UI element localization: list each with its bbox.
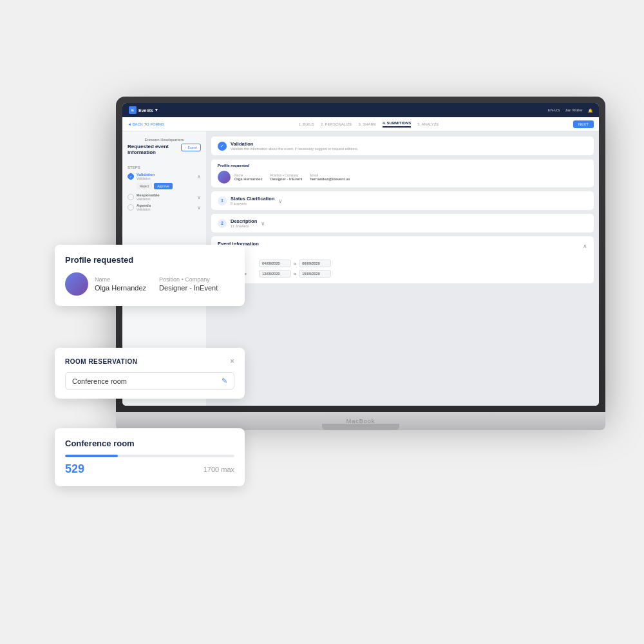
floating-profile-card: Profile requested Name Olga Hernandez Po… bbox=[55, 245, 245, 306]
validation-title: Validation bbox=[231, 141, 358, 147]
step-circle-validation: ✓ bbox=[128, 173, 134, 180]
step-chevron-validation: ∧ bbox=[197, 174, 201, 180]
sidebar-page-title: Requested event information bbox=[128, 144, 181, 155]
nav-step-build[interactable]: 1. BUILD bbox=[299, 122, 314, 126]
profile-section-label: Profile requested bbox=[218, 164, 587, 167]
status-num: 1 bbox=[218, 196, 227, 205]
visit-date-to[interactable]: 06/09/2020 bbox=[299, 260, 331, 267]
topbar-right: EN-US Jan Müller 🔔 bbox=[548, 108, 592, 113]
app-logo: E Events ▾ bbox=[129, 106, 158, 114]
alt-date-to-label: to bbox=[294, 272, 296, 276]
floating-profile-fields: Name Olga Hernandez Position • Company D… bbox=[95, 276, 218, 292]
step-sub-responsible: Validation bbox=[137, 197, 194, 201]
room-edit-icon[interactable]: ✎ bbox=[222, 377, 227, 385]
status-chevron[interactable]: ∨ bbox=[278, 198, 283, 204]
visit-date-from[interactable]: 04/09/2020 bbox=[259, 260, 291, 267]
event-info-body: Total visit date Visit date 04/09/2020 t… bbox=[211, 255, 594, 283]
date-to-label: to bbox=[294, 261, 296, 265]
alt-visit-date-row: Alternative visit date 13/09/2020 to 15/… bbox=[218, 270, 587, 278]
event-info-chevron[interactable]: ∧ bbox=[583, 243, 587, 249]
profile-fields: Name Olga Hernandez Position • Company D… bbox=[234, 173, 350, 181]
profile-position-value: Designer - InEvent bbox=[270, 177, 303, 181]
profile-name-value: Olga Hernandez bbox=[234, 177, 263, 181]
org-name: Ericsson Headquarters bbox=[128, 138, 201, 142]
nav-step-share[interactable]: 3. SHARE bbox=[359, 122, 376, 126]
laptop-base bbox=[116, 412, 605, 430]
profile-position-group: Position • Company Designer - InEvent bbox=[270, 173, 303, 181]
floating-room-card: ROOM RESERVATION × Conference room ✎ bbox=[55, 348, 245, 399]
floating-profile-title: Profile requested bbox=[65, 255, 234, 265]
step-chevron-agenda: ∨ bbox=[197, 205, 201, 211]
room-card-close-button[interactable]: × bbox=[230, 357, 234, 366]
desc-answers: 11 answers bbox=[231, 224, 257, 228]
event-info-card: Event information 4 answers ∧ Total visi… bbox=[211, 236, 594, 283]
alt-date-from[interactable]: 13/09/2020 bbox=[259, 270, 291, 278]
nav-step-submitions[interactable]: 4. SUBMITIONS bbox=[383, 121, 411, 128]
status-clarification-card: 1 Status Clarification 8 answers ∨ bbox=[211, 191, 594, 210]
back-to-forms-button[interactable]: ◄ BACK TO FORMS bbox=[128, 122, 164, 126]
floating-name-label: Name bbox=[95, 276, 146, 283]
status-clarification-header[interactable]: 1 Status Clarification 8 answers ∨ bbox=[211, 191, 594, 210]
export-icon: ↑ bbox=[185, 146, 187, 149]
stats-progress-fill bbox=[65, 455, 118, 457]
desc-chevron[interactable]: ∨ bbox=[261, 220, 265, 227]
app-topbar: E Events ▾ EN-US Jan Müller 🔔 bbox=[122, 103, 599, 117]
profile-row: Name Olga Hernandez Position • Company D… bbox=[218, 171, 587, 184]
step-actions-validation: Reject Approve bbox=[137, 183, 201, 189]
logo-icon: E bbox=[129, 106, 137, 114]
validation-check-icon: ✓ bbox=[218, 142, 227, 151]
stats-max: 1700 max bbox=[204, 466, 234, 473]
laptop-base-notch bbox=[322, 424, 399, 430]
floating-profile-avatar bbox=[65, 272, 88, 296]
status-title: Status Clarification bbox=[231, 196, 274, 202]
step-info-validation: Validation Validation bbox=[137, 173, 194, 180]
sidebar-step-validation[interactable]: ✓ Validation Validation ∧ Reject A bbox=[128, 173, 201, 189]
step-info-agenda: Agenda Validation bbox=[137, 204, 194, 211]
next-button[interactable]: NEXT bbox=[573, 120, 594, 128]
export-label: Export bbox=[188, 146, 197, 149]
event-info-header[interactable]: Event information 4 answers ∧ bbox=[211, 236, 594, 255]
floating-name-value: Olga Hernandez bbox=[95, 284, 146, 292]
app-main: ✓ Validation Validate the information ab… bbox=[206, 131, 599, 406]
room-card-header: ROOM RESERVATION × bbox=[65, 357, 234, 366]
desc-title: Description bbox=[231, 218, 257, 224]
profile-name-group: Name Olga Hernandez bbox=[234, 173, 263, 181]
profile-avatar bbox=[218, 171, 231, 184]
floating-profile-row: Name Olga Hernandez Position • Company D… bbox=[65, 272, 234, 296]
profile-section-card: Profile requested Name Olga Hernandez bbox=[211, 159, 594, 187]
room-input-text: Conference room bbox=[72, 377, 222, 385]
stats-row: 529 1700 max bbox=[65, 462, 234, 476]
step-sub-agenda: Validation bbox=[137, 207, 194, 211]
profile-email-value: hernandez@inevent.us bbox=[310, 177, 350, 181]
nav-step-personalize[interactable]: 2. PERSONALIZE bbox=[321, 122, 352, 126]
floating-stats-card: Conference room 529 1700 max bbox=[55, 428, 245, 486]
approve-button[interactable]: Approve bbox=[154, 183, 173, 189]
alt-date-to[interactable]: 15/09/2020 bbox=[299, 270, 331, 278]
floating-position-label: Position • Company bbox=[159, 276, 218, 283]
app-nav: ◄ BACK TO FORMS 1. BUILD 2. PERSONALIZE … bbox=[122, 117, 599, 131]
validation-card: ✓ Validation Validate the information ab… bbox=[211, 137, 594, 155]
floating-position-value: Designer - InEvent bbox=[159, 284, 218, 292]
language-selector[interactable]: EN-US bbox=[548, 108, 560, 112]
topbar-user: Jan Müller bbox=[565, 108, 583, 112]
app-logo-arrow[interactable]: ▾ bbox=[155, 108, 158, 113]
sidebar-step-agenda[interactable]: Agenda Validation ∨ bbox=[128, 204, 201, 211]
step-chevron-responsible: ∨ bbox=[197, 194, 201, 200]
notification-icon[interactable]: 🔔 bbox=[588, 108, 592, 113]
profile-section: Profile requested Name Olga Hernandez bbox=[211, 159, 594, 187]
step-circle-responsible bbox=[128, 194, 134, 200]
step-sub-validation: Validation bbox=[137, 176, 194, 180]
nav-step-analyze[interactable]: 5. ANALYZE bbox=[417, 122, 439, 126]
description-card: 2 Description 11 answers ∨ bbox=[211, 214, 594, 232]
sidebar-step-responsible[interactable]: Responsible Validation ∨ bbox=[128, 193, 201, 201]
desc-num: 2 bbox=[218, 219, 227, 228]
validation-header: ✓ Validation Validate the information ab… bbox=[211, 137, 594, 155]
description-header[interactable]: 2 Description 11 answers ∨ bbox=[211, 214, 594, 232]
room-input-row[interactable]: Conference room ✎ bbox=[65, 372, 234, 390]
floating-name-group: Name Olga Hernandez bbox=[95, 276, 146, 292]
stats-progress-bar bbox=[65, 455, 234, 457]
nav-steps: 1. BUILD 2. PERSONALIZE 3. SHARE 4. SUBM… bbox=[299, 121, 439, 128]
reject-button[interactable]: Reject bbox=[137, 183, 152, 189]
export-button[interactable]: ↑ Export bbox=[181, 144, 201, 151]
steps-label: STEPS bbox=[128, 166, 201, 169]
